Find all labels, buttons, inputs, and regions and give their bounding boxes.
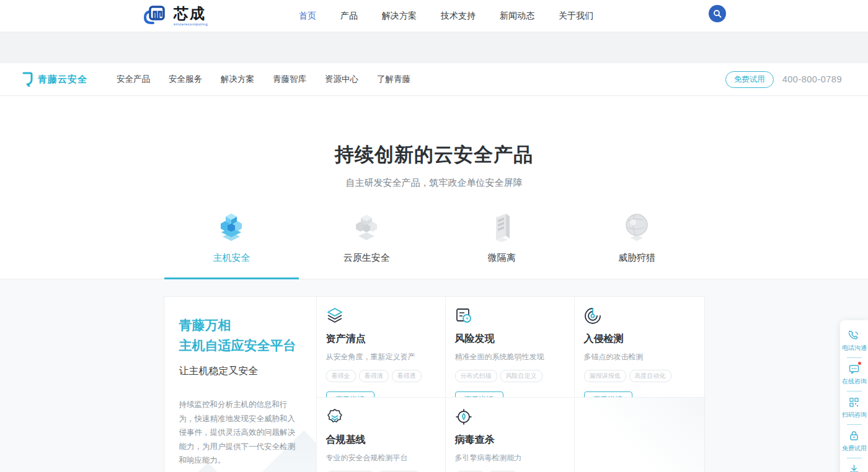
detail-button[interactable]: 查看详情 <box>455 391 503 398</box>
product-grid: 青藤万相主机自适应安全平台 让主机稳定又安全 持续监控和分析主机的信息和行为，快… <box>164 296 705 472</box>
subnav-solutions[interactable]: 解决方案 <box>221 74 254 85</box>
qingteng-logo[interactable]: 青藤云安全 <box>22 72 87 87</box>
product-card-compliance-baseline: 合规基线 专业的安全合规检测平台 自定义检查项 可视化呈现 查看详情 <box>317 398 446 472</box>
page-subtitle: 自主研发安全产品，筑牢政企单位安全屏障 <box>0 177 868 189</box>
product-desc: 从安全角度，重新定义资产 <box>326 352 436 362</box>
product-card-risk-discovery: 风险发现 精准全面的系统脆弱性发现 分布式扫描 风险自定义 查看详情 <box>446 297 575 398</box>
radar-icon <box>584 307 695 325</box>
topnav-about[interactable]: 关于我们 <box>559 11 593 22</box>
site-logo[interactable]: 芯成 sincerecomputing <box>143 3 208 29</box>
qingteng-nav-items: 安全产品 安全服务 解决方案 青藤智库 资源中心 了解青藤 <box>117 74 410 85</box>
tag: 漏报误报低 <box>584 370 626 382</box>
top-header: 芯成 sincerecomputing 首页 产品 解决方案 技术支持 新闻动态… <box>0 0 868 32</box>
tag: 分布式扫描 <box>455 370 497 382</box>
detail-button[interactable]: 查看详情 <box>584 391 632 398</box>
download-icon <box>849 464 859 472</box>
products-section: 青藤万相主机自适应安全平台 让主机稳定又安全 持续监控和分析主机的信息和行为，快… <box>0 279 868 472</box>
tab-cloud-native-security[interactable]: 云原生安全 <box>299 210 434 279</box>
product-category-tabs: 主机安全 云原生安全 <box>164 210 704 279</box>
product-name: 病毒查杀 <box>455 434 565 447</box>
tag: 看得清 <box>359 370 389 382</box>
qingteng-nav: 青藤云安全 安全产品 安全服务 解决方案 青藤智库 资源中心 了解青藤 免费试用… <box>0 63 868 96</box>
phone-number: 400-800-0789 <box>782 74 842 84</box>
free-trial-button[interactable]: 免费试用 <box>725 71 774 88</box>
tab-micro-segmentation[interactable]: 微隔离 <box>434 210 569 279</box>
tag: 高度自动化 <box>629 370 671 382</box>
feature-subtitle: 让主机稳定又安全 <box>179 365 301 378</box>
qingteng-brand-name: 青藤云安全 <box>38 74 87 85</box>
product-name: 合规基线 <box>326 434 436 447</box>
logo-subtext: sincerecomputing <box>174 22 208 26</box>
topnav-solutions[interactable]: 解决方案 <box>382 11 417 22</box>
divider <box>847 391 862 391</box>
empty-grid-cell <box>575 398 704 472</box>
crosshair-bug-icon <box>455 408 565 426</box>
phone-icon <box>849 330 859 341</box>
float-label: 在线咨询 <box>842 377 867 385</box>
chat-icon <box>849 364 859 374</box>
float-download[interactable] <box>840 460 868 472</box>
topnav-news[interactable]: 新闻动态 <box>500 11 534 22</box>
topnav-products[interactable]: 产品 <box>340 11 358 22</box>
feature-card-wanxiang: 青藤万相主机自适应安全平台 让主机稳定又安全 持续监控和分析主机的信息和行为，快… <box>164 297 317 472</box>
logo-text: 芯成 <box>174 6 208 21</box>
tag: 看得全 <box>326 370 356 382</box>
subnav-security-services[interactable]: 安全服务 <box>169 74 202 85</box>
product-card-virus-scan: 病毒查杀 多引擎病毒检测能力 轻量化 云查杀 查看详情 <box>446 398 575 472</box>
float-label: 扫码咨询 <box>842 411 867 419</box>
product-tags: 看得全 看得清 看得透 <box>326 370 436 382</box>
top-nav: 首页 产品 解决方案 技术支持 新闻动态 关于我们 <box>299 0 593 32</box>
tab-host-security[interactable]: 主机安全 <box>164 210 299 279</box>
tag: 看得透 <box>392 370 422 382</box>
product-desc: 精准全面的系统脆弱性发现 <box>455 352 565 362</box>
product-card-asset-inventory: 资产清点 从安全角度，重新定义资产 看得全 看得清 看得透 查看详情 <box>317 297 446 398</box>
product-desc: 专业的安全合规检测平台 <box>326 453 436 463</box>
divider <box>847 424 862 425</box>
search-icon <box>713 9 722 18</box>
product-tags: 漏报误报低 高度自动化 <box>584 370 695 382</box>
tab-label: 微隔离 <box>434 252 569 264</box>
hero-section: 持续创新的云安全产品 自主研发安全产品，筑牢政企单位安全屏障 主机安全 <box>0 96 868 279</box>
notification-dot <box>858 362 861 365</box>
float-label: 免费试用 <box>842 444 867 452</box>
product-desc: 多引擎病毒检测能力 <box>455 453 565 463</box>
product-card-intrusion-detection: 入侵检测 多锚点的攻击检测 漏报误报低 高度自动化 查看详情 <box>575 297 704 398</box>
spacer-band <box>0 32 868 63</box>
float-online-chat[interactable]: 在线咨询 <box>840 359 868 390</box>
float-label: 电话沟通 <box>842 344 867 352</box>
subnav-security-products[interactable]: 安全产品 <box>117 74 150 85</box>
feature-title: 青藤万相主机自适应安全平台 <box>179 315 301 356</box>
tag: 风险自定义 <box>500 370 542 382</box>
float-phone-contact[interactable]: 电话沟通 <box>840 326 868 356</box>
divider <box>847 357 862 358</box>
product-name: 风险发现 <box>455 333 565 346</box>
topnav-support[interactable]: 技术支持 <box>441 11 476 22</box>
float-free-trial[interactable]: 免费试用 <box>840 426 868 457</box>
lock-icon <box>849 430 859 441</box>
search-button[interactable] <box>709 5 726 22</box>
scan-document-icon <box>455 307 565 325</box>
float-qr-consult[interactable]: 扫码咨询 <box>840 393 868 423</box>
topnav-home[interactable]: 首页 <box>299 11 316 22</box>
qingteng-shield-icon <box>22 72 33 87</box>
subnav-think-tank[interactable]: 青藤智库 <box>273 74 306 85</box>
logo-icon <box>143 3 169 29</box>
badge-check-icon <box>326 408 436 426</box>
contact-float-bar: 电话沟通 在线咨询 扫码咨询 <box>840 320 868 472</box>
tab-threat-hunting[interactable]: 威胁狩猎 <box>569 210 704 279</box>
threat-hunting-globe-icon <box>569 210 704 242</box>
tab-label: 威胁狩猎 <box>569 252 704 264</box>
subnav-about-qingteng[interactable]: 了解青藤 <box>377 74 410 85</box>
product-tags: 分布式扫描 风险自定义 <box>455 370 565 382</box>
product-name: 资产清点 <box>326 333 436 346</box>
cloud-native-cubes-icon <box>299 210 434 242</box>
feature-description: 持续监控和分析主机的信息和行为，快速精准地发现安全威胁和入侵事件，提供灵活高效的… <box>179 398 301 468</box>
page-title: 持续创新的云安全产品 <box>0 96 868 168</box>
host-security-cubes-icon <box>164 210 299 242</box>
qr-code-icon <box>849 397 859 408</box>
tab-label: 主机安全 <box>164 252 299 264</box>
detail-button[interactable]: 查看详情 <box>326 391 374 398</box>
tab-label: 云原生安全 <box>299 252 434 264</box>
micro-segmentation-slabs-icon <box>434 210 569 242</box>
subnav-resources[interactable]: 资源中心 <box>325 74 358 85</box>
